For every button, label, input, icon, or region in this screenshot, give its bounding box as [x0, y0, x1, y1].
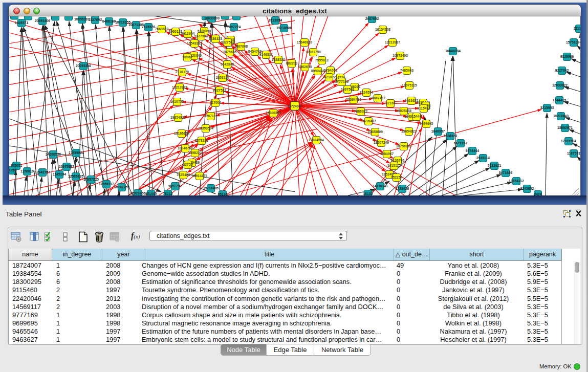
svg-text:24206536: 24206536 [46, 152, 61, 156]
svg-text:10975887: 10975887 [59, 165, 74, 168]
svg-text:18046766: 18046766 [178, 146, 193, 150]
svg-text:9474444: 9474444 [466, 149, 480, 152]
svg-text:9327508: 9327508 [221, 40, 235, 44]
svg-text:15720407: 15720407 [361, 119, 376, 123]
svg-text:12923466: 12923466 [130, 191, 145, 195]
svg-text:16154808: 16154808 [375, 28, 390, 31]
svg-text:12353594: 12353594 [198, 126, 213, 130]
svg-text:9329966: 9329966 [560, 55, 574, 58]
svg-text:6466160: 6466160 [102, 19, 116, 23]
svg-text:16133: 16133 [363, 192, 373, 195]
svg-text:16648784: 16648784 [445, 49, 461, 53]
svg-text:19654923: 19654923 [401, 129, 417, 133]
svg-text:19218506: 19218506 [276, 26, 292, 30]
svg-text:9227342: 9227342 [555, 69, 569, 72]
svg-text:12942757: 12942757 [35, 170, 50, 174]
svg-text:16033809: 16033809 [204, 16, 220, 20]
svg-text:12505135: 12505135 [68, 174, 83, 178]
svg-text:6679197: 6679197 [454, 141, 468, 145]
svg-text:18724007: 18724007 [287, 104, 302, 108]
svg-text:18300295: 18300295 [266, 111, 281, 115]
svg-text:9245652: 9245652 [520, 187, 534, 190]
svg-text:12093822: 12093822 [552, 83, 568, 87]
svg-text:1244415: 1244415 [553, 98, 567, 102]
svg-text:7632621: 7632621 [488, 164, 502, 167]
svg-text:8878332: 8878332 [195, 139, 209, 142]
svg-text:9242848: 9242848 [221, 62, 234, 66]
svg-text:15716485: 15716485 [203, 186, 219, 190]
svg-text:1588520: 1588520 [272, 58, 286, 61]
svg-text:7955812: 7955812 [315, 58, 329, 62]
svg-text:15640910: 15640910 [297, 40, 312, 44]
svg-text:3215953: 3215953 [540, 106, 554, 110]
svg-text:19384554: 19384554 [309, 138, 324, 142]
svg-text:10973493: 10973493 [393, 54, 408, 57]
svg-text:1527602: 1527602 [89, 18, 102, 21]
svg-text:8427552: 8427552 [213, 89, 227, 92]
svg-text:8990448: 8990448 [311, 69, 325, 73]
svg-text:10688609: 10688609 [367, 130, 383, 134]
svg-text:111745: 111745 [574, 27, 580, 30]
svg-text:17359924: 17359924 [69, 151, 84, 155]
svg-text:15692971: 15692971 [557, 126, 573, 129]
svg-text:10961758: 10961758 [306, 50, 321, 54]
svg-text:6794078: 6794078 [324, 69, 338, 72]
svg-text:9657791: 9657791 [168, 184, 182, 188]
svg-text:39159: 39159 [9, 168, 16, 172]
svg-text:15444: 15444 [412, 115, 422, 118]
svg-text:12975115: 12975115 [402, 83, 417, 87]
svg-text:7886322: 7886322 [354, 110, 368, 113]
svg-text:10807487: 10807487 [370, 96, 385, 100]
svg-text:10210643: 10210643 [553, 114, 569, 118]
svg-text:10756928: 10756928 [396, 144, 411, 148]
svg-text:3875685: 3875685 [223, 50, 237, 54]
svg-text:17957225: 17957225 [83, 178, 99, 181]
svg-text:1562615: 1562615 [298, 65, 312, 69]
svg-text:1498222: 1498222 [188, 151, 202, 155]
svg-text:18807249: 18807249 [374, 141, 389, 144]
svg-text:1615112: 1615112 [387, 164, 401, 167]
svg-text:1145194: 1145194 [53, 172, 66, 176]
svg-text:14136141: 14136141 [373, 184, 388, 188]
svg-text:20364436: 20364436 [346, 98, 361, 101]
svg-text:7515526: 7515526 [142, 25, 156, 29]
svg-text:8186323: 8186323 [209, 37, 223, 40]
svg-text:7663822: 7663822 [155, 27, 169, 31]
svg-text:20691406: 20691406 [35, 19, 50, 23]
svg-text:32755: 32755 [183, 163, 193, 166]
svg-text:8912954: 8912954 [181, 32, 195, 35]
svg-text:6497568: 6497568 [341, 87, 355, 91]
svg-text:10654112: 10654112 [509, 179, 524, 183]
svg-text:917004: 917004 [210, 101, 222, 104]
svg-text:10958117: 10958117 [99, 182, 114, 186]
svg-text:5938923: 5938923 [444, 134, 458, 138]
svg-text:9327503: 9327503 [194, 34, 208, 38]
svg-text:2867608: 2867608 [234, 45, 248, 48]
svg-text:882203: 882203 [286, 61, 298, 65]
svg-text:16914479: 16914479 [192, 174, 207, 178]
svg-text:1621072: 1621072 [322, 75, 336, 79]
svg-text:16543382: 16543382 [187, 41, 202, 45]
svg-text:10655287: 10655287 [74, 17, 90, 21]
svg-text:3824554: 3824554 [360, 91, 374, 94]
svg-text:10025438: 10025438 [396, 109, 411, 113]
svg-text:20053346: 20053346 [76, 64, 91, 68]
svg-text:17016504: 17016504 [561, 139, 576, 143]
svg-text:2087652: 2087652 [365, 17, 379, 20]
svg-text:9146821: 9146821 [259, 53, 273, 56]
svg-text:1733426: 1733426 [396, 187, 409, 190]
svg-text:1156819: 1156819 [20, 169, 34, 173]
svg-text:12213383: 12213383 [172, 85, 187, 89]
svg-text:1405571: 1405571 [15, 21, 29, 25]
svg-text:252254: 252254 [391, 176, 403, 179]
svg-text:19654923: 19654923 [170, 116, 186, 119]
svg-text:19166829: 19166829 [174, 132, 189, 135]
svg-text:16782759: 16782759 [114, 185, 129, 189]
svg-text:76212: 76212 [163, 192, 173, 195]
svg-text:9115460: 9115460 [417, 106, 430, 110]
svg-text:2935114: 2935114 [476, 156, 490, 160]
svg-text:7485063: 7485063 [400, 69, 414, 72]
svg-text:7625402: 7625402 [177, 173, 190, 177]
svg-text:8813054: 8813054 [269, 18, 282, 22]
svg-text:1167533: 1167533 [567, 151, 580, 155]
